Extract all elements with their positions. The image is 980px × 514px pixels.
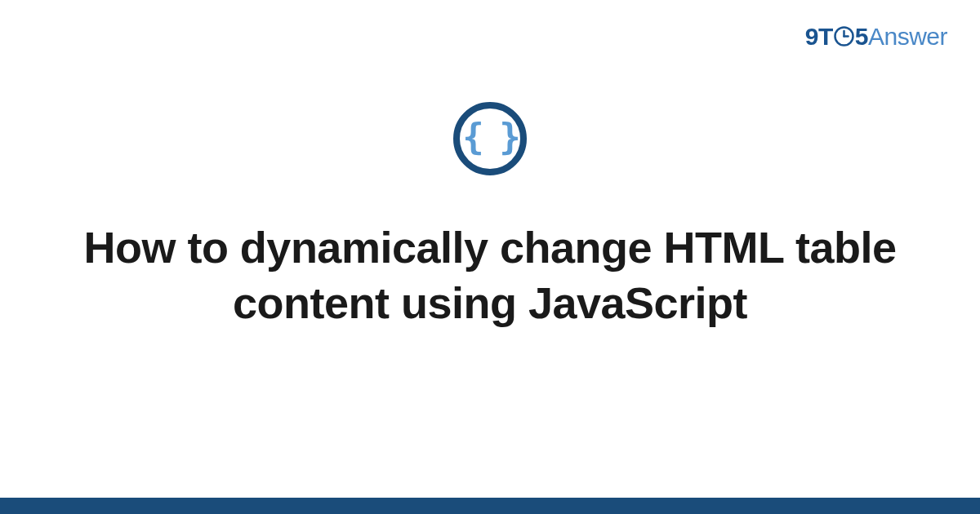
logo-text-9t: 9T: [805, 23, 833, 50]
clock-icon: [833, 25, 855, 47]
site-logo: 9T5Answer: [805, 23, 947, 51]
page-title: How to dynamically change HTML table con…: [82, 220, 898, 330]
footer-bar: [0, 498, 980, 514]
topic-icon-circle: { }: [453, 102, 527, 175]
logo-text-answer: Answer: [868, 23, 947, 50]
main-content: { } How to dynamically change HTML table…: [0, 102, 980, 330]
logo-text-5: 5: [855, 23, 868, 50]
code-braces-icon: { }: [462, 119, 517, 155]
